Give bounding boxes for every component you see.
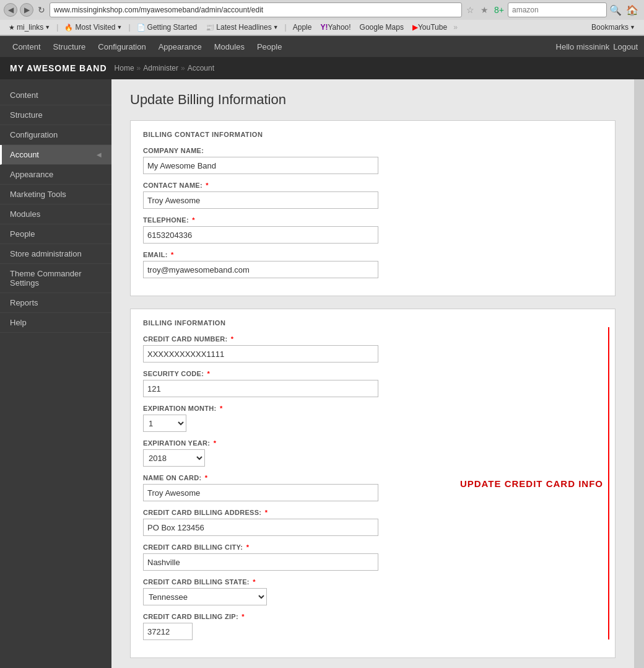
billing-zip-input[interactable] xyxy=(143,623,193,640)
update-cc-annotation: UPDATE CREDIT CARD INFO xyxy=(460,478,603,489)
billing-state-select[interactable]: Alabama Alaska Arizona Arkansas Californ… xyxy=(143,588,267,605)
sidebar-item-modules[interactable]: Modules xyxy=(0,204,111,224)
main-layout: Content Structure Configuration Account … xyxy=(0,79,644,668)
billing-address-input[interactable] xyxy=(143,519,378,536)
company-name-label: COMPANY NAME: xyxy=(143,147,603,154)
contact-name-group: CONTACT NAME: * xyxy=(143,182,603,209)
nav-people[interactable]: People xyxy=(251,36,288,57)
content-area: Update Billing Information BILLING CONTA… xyxy=(111,79,634,668)
sidebar-item-reports[interactable]: Reports xyxy=(0,293,111,313)
bm-google-maps[interactable]: Google Maps xyxy=(356,22,407,33)
sidebar-item-structure[interactable]: Structure xyxy=(0,105,111,125)
back-button[interactable]: ◀ xyxy=(4,3,17,17)
billing-city-label: CREDIT CARD BILLING CITY: * xyxy=(143,543,603,551)
logout-link[interactable]: Logout xyxy=(613,42,638,51)
email-group: EMAIL: * xyxy=(143,251,603,278)
forward-button[interactable]: ▶ xyxy=(20,3,33,17)
bm-latest-headlines[interactable]: 📰 Latest Headlines ▼ xyxy=(202,22,282,33)
sidebar-item-account[interactable]: Account ◀ xyxy=(0,145,111,165)
breadcrumb: Home » Administer » Account xyxy=(115,64,214,73)
contact-name-input[interactable] xyxy=(143,191,378,209)
getting-started-icon: 📄 xyxy=(137,24,146,32)
bookmarks-bar: ★ mi_links ▼ | 🔥 Most Visited ▼ | 📄 Gett… xyxy=(0,20,644,35)
scrollbar[interactable] xyxy=(634,79,644,668)
url-bar[interactable] xyxy=(50,2,462,17)
bm-mi-links[interactable]: ★ mi_links ▼ xyxy=(5,22,54,33)
cc-number-label: CREDIT CARD NUMBER: * xyxy=(143,335,603,343)
security-code-input[interactable] xyxy=(143,380,378,397)
mi-links-icon: ★ xyxy=(9,24,15,32)
billing-contact-title: BILLING CONTACT INFORMATION xyxy=(143,131,603,138)
billing-state-group: CREDIT CARD BILLING STATE: * Alabama Ala… xyxy=(143,578,603,605)
search-bar[interactable] xyxy=(508,2,607,17)
sidebar-item-help[interactable]: Help xyxy=(0,313,111,333)
sidebar-item-store-admin[interactable]: Store administration xyxy=(0,244,111,264)
exp-month-label: EXPIRATION MONTH: * xyxy=(143,405,603,412)
exp-month-group: EXPIRATION MONTH: * 1 2 3 4 5 6 7 8 9 10 xyxy=(143,405,603,432)
security-icon: 8+ xyxy=(493,5,505,15)
billing-zip-group: CREDIT CARD BILLING ZIP: * xyxy=(143,613,603,640)
nav-content[interactable]: Content xyxy=(6,36,47,57)
cc-number-group: CREDIT CARD NUMBER: * xyxy=(143,335,603,363)
site-header: MY AWESOME BAND Home » Administer » Acco… xyxy=(0,57,644,79)
security-code-label: SECURITY CODE: * xyxy=(143,370,603,377)
billing-zip-label: CREDIT CARD BILLING ZIP: * xyxy=(143,613,603,620)
exp-year-select[interactable]: 2015 2016 2017 2018 2019 2020 2021 2022 xyxy=(143,449,205,467)
hello-text: Hello missinink xyxy=(556,42,610,51)
company-name-input[interactable] xyxy=(143,157,378,174)
bm-youtube[interactable]: ▶ YouTube xyxy=(409,22,451,33)
star2-icon: ★ xyxy=(479,5,490,15)
site-logo: MY AWESOME BAND xyxy=(10,63,107,73)
sidebar: Content Structure Configuration Account … xyxy=(0,79,111,668)
top-nav-right: Hello missinink Logout xyxy=(556,42,638,51)
sidebar-item-appearance[interactable]: Appearance xyxy=(0,165,111,185)
bm-apple[interactable]: Apple xyxy=(289,22,316,33)
breadcrumb-home[interactable]: Home xyxy=(115,64,134,73)
billing-info-wrapper: BILLING INFORMATION CREDIT CARD NUMBER: … xyxy=(130,309,616,658)
contact-name-label: CONTACT NAME: * xyxy=(143,182,603,189)
telephone-input[interactable] xyxy=(143,226,378,244)
sidebar-item-people[interactable]: People xyxy=(0,224,111,244)
billing-state-label: CREDIT CARD BILLING STATE: * xyxy=(143,578,603,586)
sidebar-item-configuration[interactable]: Configuration xyxy=(0,125,111,145)
billing-city-input[interactable] xyxy=(143,553,378,571)
security-code-group: SECURITY CODE: * xyxy=(143,370,603,397)
exp-month-select[interactable]: 1 2 3 4 5 6 7 8 9 10 11 12 xyxy=(143,415,186,432)
home-button[interactable]: 🏠 xyxy=(624,4,640,16)
sidebar-item-content[interactable]: Content xyxy=(0,86,111,105)
nav-structure[interactable]: Structure xyxy=(47,36,92,57)
company-name-group: COMPANY NAME: xyxy=(143,147,603,174)
bm-getting-started[interactable]: 📄 Getting Started xyxy=(133,22,201,33)
bm-bookmarks[interactable]: Bookmarks ▼ xyxy=(588,22,639,33)
sidebar-item-marketing-tools[interactable]: Marketing Tools xyxy=(0,185,111,204)
email-input[interactable] xyxy=(143,261,378,278)
page-title: Update Billing Information xyxy=(130,92,616,108)
reload-button[interactable]: ↻ xyxy=(36,5,47,15)
top-nav: Content Structure Configuration Appearan… xyxy=(0,36,644,57)
telephone-group: TELEPHONE: * xyxy=(143,216,603,244)
latest-headlines-icon: 📰 xyxy=(206,24,214,32)
bm-yahoo[interactable]: Y! Yahoo! xyxy=(316,22,354,33)
nav-modules[interactable]: Modules xyxy=(208,36,251,57)
breadcrumb-current: Account xyxy=(188,64,214,73)
billing-address-group: CREDIT CARD BILLING ADDRESS: * xyxy=(143,509,603,536)
nav-configuration[interactable]: Configuration xyxy=(92,36,152,57)
cc-number-input[interactable] xyxy=(143,345,378,363)
youtube-icon: ▶ xyxy=(412,23,418,32)
search-button[interactable]: 🔍 xyxy=(609,4,622,16)
sidebar-item-theme-commander[interactable]: Theme Commander Settings xyxy=(0,264,111,293)
name-on-card-input[interactable] xyxy=(143,484,378,501)
breadcrumb-administer[interactable]: Administer xyxy=(143,64,178,73)
telephone-label: TELEPHONE: * xyxy=(143,216,603,224)
sidebar-arrow-icon: ◀ xyxy=(97,151,102,158)
email-label: EMAIL: * xyxy=(143,251,603,258)
billing-city-group: CREDIT CARD BILLING CITY: * xyxy=(143,543,603,571)
bookmark-star-icon[interactable]: ☆ xyxy=(464,5,476,15)
exp-year-label: EXPIRATION YEAR: * xyxy=(143,439,603,447)
nav-appearance[interactable]: Appearance xyxy=(152,36,208,57)
billing-info-title: BILLING INFORMATION xyxy=(143,319,603,327)
bm-most-visited[interactable]: 🔥 Most Visited ▼ xyxy=(61,22,126,33)
exp-year-group: EXPIRATION YEAR: * 2015 2016 2017 2018 2… xyxy=(143,439,603,467)
browser-chrome: ◀ ▶ ↻ ☆ ★ 8+ 🔍 🏠 ★ mi_links ▼ | 🔥 Most V… xyxy=(0,0,644,36)
billing-address-label: CREDIT CARD BILLING ADDRESS: * xyxy=(143,509,603,516)
